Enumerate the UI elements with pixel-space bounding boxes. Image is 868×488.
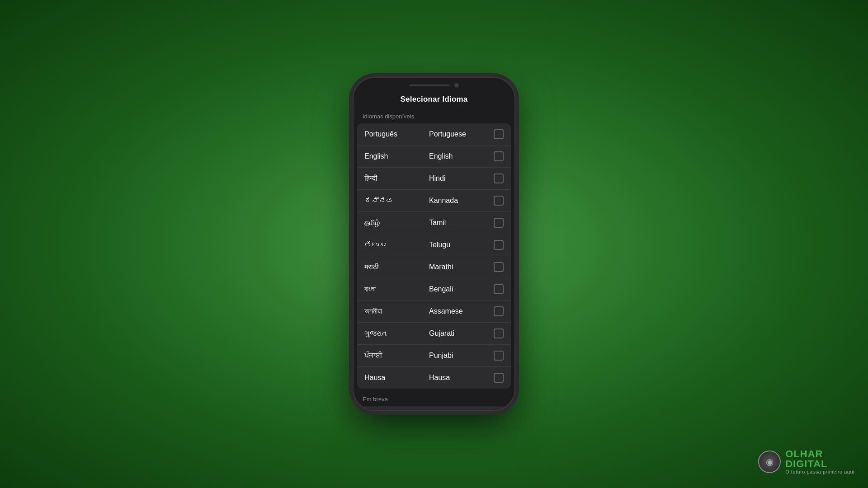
screen: Selecionar Idioma Idiomas disponíveis Po… — [354, 88, 514, 410]
lang-checkbox[interactable] — [494, 240, 504, 250]
lang-native: ਪੰਜਾਬੀ — [364, 352, 429, 360]
watermark-text: OLHARDIGITAL O futuro passa primeiro aqu… — [785, 449, 854, 474]
lang-english: Hindi — [429, 174, 494, 183]
lang-checkbox[interactable] — [494, 306, 504, 316]
language-item[interactable]: Hausa Hausa — [357, 367, 511, 389]
lang-checkbox[interactable] — [494, 196, 504, 206]
lang-native: অসমীয়া — [364, 307, 429, 315]
available-section-header: Idiomas disponíveis — [354, 108, 514, 123]
lang-checkbox[interactable] — [494, 262, 504, 272]
lang-english: Marathi — [429, 263, 494, 271]
lang-checkbox[interactable] — [494, 284, 504, 294]
coming-soon-list: عربي Arabic — [357, 406, 511, 410]
lang-english: Portuguese — [429, 130, 494, 138]
screen-content[interactable]: Idiomas disponíveis Português Portuguese… — [354, 108, 514, 410]
lang-english: Hausa — [429, 374, 494, 382]
language-item[interactable]: తెలుగు Telugu — [357, 234, 511, 256]
screen-header: Selecionar Idioma — [354, 88, 514, 108]
lang-english: Kannada — [429, 197, 494, 205]
language-item[interactable]: ਪੰਜਾਬੀ Punjabi — [357, 345, 511, 367]
phone-notch — [354, 78, 514, 88]
language-item[interactable]: English English — [357, 145, 511, 168]
lang-native: ગુજરાત — [364, 329, 429, 338]
lang-native: Português — [364, 130, 429, 138]
watermark-icon: ◉ — [766, 456, 774, 467]
lang-checkbox[interactable] — [494, 151, 504, 161]
lang-english: Gujarati — [429, 329, 494, 338]
lang-native: मराठी — [364, 263, 429, 271]
watermark-tagline: O futuro passa primeiro aqui — [785, 469, 854, 474]
lang-checkbox[interactable] — [494, 351, 504, 361]
lang-checkbox[interactable] — [494, 373, 504, 383]
language-item[interactable]: Português Portuguese — [357, 123, 511, 145]
watermark: ◉ OLHARDIGITAL O futuro passa primeiro a… — [758, 449, 854, 474]
language-item[interactable]: मराठी Marathi — [357, 256, 511, 278]
phone-frame: Selecionar Idioma Idiomas disponíveis Po… — [353, 77, 515, 411]
lang-english: Punjabi — [429, 352, 494, 360]
notch-bar — [409, 84, 450, 86]
lang-english: Bengali — [429, 285, 494, 293]
lang-english: English — [429, 152, 494, 160]
language-item[interactable]: हिन्दी Hindi — [357, 168, 511, 190]
lang-english: Tamil — [429, 219, 494, 227]
lang-checkbox[interactable] — [494, 174, 504, 183]
lang-native: Hausa — [364, 374, 429, 382]
language-item[interactable]: বাংলা Bengali — [357, 278, 511, 300]
lang-native: English — [364, 152, 429, 160]
watermark-logo: ◉ — [758, 450, 781, 473]
lang-checkbox[interactable] — [494, 129, 504, 139]
lang-checkbox[interactable] — [494, 218, 504, 228]
language-list: Português Portuguese English English हिन… — [357, 123, 511, 389]
coming-soon-section-header: Em breve — [354, 389, 514, 406]
lang-native: বাংলা — [364, 285, 429, 293]
language-item[interactable]: অসমীয়া Assamese — [357, 300, 511, 323]
lang-native: తెలుగు — [364, 241, 429, 249]
language-item[interactable]: தமிழ் Tamil — [357, 212, 511, 234]
watermark-brand: OLHARDIGITAL — [785, 449, 854, 469]
lang-native: தமிழ் — [364, 219, 429, 227]
language-item[interactable]: ಕನ್ನಡ Kannada — [357, 190, 511, 212]
screen-title: Selecionar Idioma — [401, 95, 468, 103]
notch-circle — [454, 83, 459, 88]
lang-checkbox[interactable] — [494, 328, 504, 338]
coming-soon-item[interactable]: عربي Arabic — [357, 406, 511, 410]
lang-english: Assamese — [429, 307, 494, 315]
lang-english: Telugu — [429, 241, 494, 249]
lang-native: हिन्दी — [364, 174, 429, 183]
language-item[interactable]: ગુજરાત Gujarati — [357, 323, 511, 345]
lang-native: ಕನ್ನಡ — [364, 197, 429, 205]
